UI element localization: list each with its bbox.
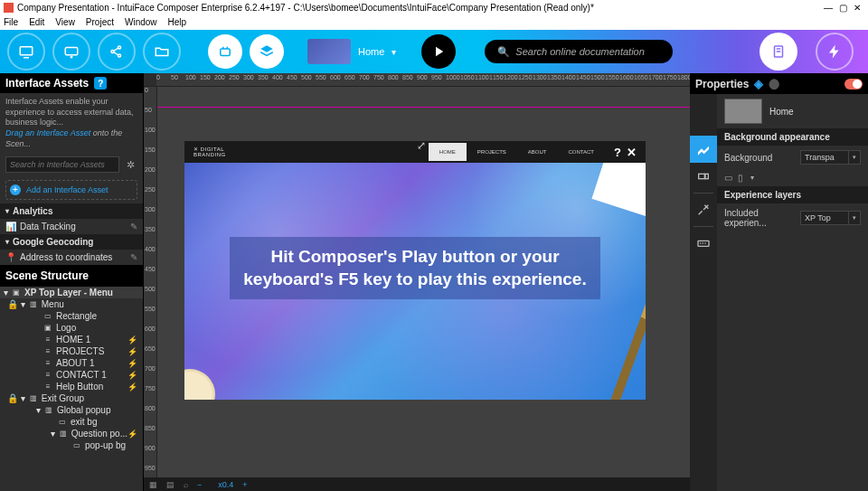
svg-rect-19 — [703, 242, 703, 243]
tree-row-contact1[interactable]: ≡CONTACT 1⚡ — [0, 369, 143, 381]
zoom-in-icon[interactable]: + — [242, 480, 247, 489]
tree-row-home1[interactable]: ≡HOME 1⚡ — [0, 334, 143, 345]
layers-value[interactable]: XP Top — [800, 211, 849, 225]
layers-dropdown-icon[interactable]: ▾ — [849, 211, 861, 225]
notes-button[interactable] — [760, 33, 797, 71]
add-interface-asset-button[interactable]: + Add an Interface Asset — [5, 180, 137, 200]
menu-edit[interactable]: Edit — [29, 17, 44, 27]
device-icon[interactable]: ▭ — [724, 173, 732, 183]
tree-row-xp-top[interactable]: ▾▣XP Top Layer - Menu — [0, 287, 143, 298]
background-value[interactable]: Transpa — [800, 150, 849, 165]
edit-icon[interactable]: ✎ — [130, 252, 137, 262]
device-desktop-button[interactable] — [7, 33, 45, 71]
scene-mockup[interactable]: ⤢ ✕ DIGITAL BRANDING HOME PROJECTS ABOUT… — [184, 141, 646, 400]
play-button[interactable] — [421, 34, 456, 69]
plus-icon: + — [10, 184, 21, 195]
mock-tab-projects[interactable]: PROJECTS — [467, 143, 517, 161]
scene-thumbnail[interactable] — [307, 39, 351, 64]
scene-tree: ▾▣XP Top Layer - Menu 🔒 ▾▥Menu ▭Rectangl… — [0, 287, 143, 491]
trigger-icon: ⚡ — [127, 347, 137, 356]
link-icon[interactable]: ⬤ — [769, 78, 779, 90]
left-panel: Interface Assets ? Interface Assets enab… — [0, 73, 144, 491]
svg-rect-9 — [221, 49, 231, 56]
analytics-item[interactable]: 📊Data Tracking✎ — [0, 219, 143, 234]
svg-point-4 — [111, 51, 114, 53]
orientation-icon[interactable]: ▯ — [738, 173, 743, 183]
menu-bar: File Edit View Project Window Help — [0, 14, 868, 30]
assets-description: Interface Assets enable your experience … — [0, 93, 143, 153]
window-title: Company Presentation - IntuiFace Compose… — [17, 3, 594, 13]
triggers-button[interactable] — [816, 33, 854, 71]
geocoding-section[interactable]: ▾Google Geocoding — [0, 234, 143, 250]
chevron-down-icon[interactable]: ▾ — [750, 174, 754, 182]
decor-paper — [591, 163, 646, 218]
visibility-toggle[interactable] — [844, 79, 863, 90]
zoom-level[interactable]: x0.4 — [218, 480, 233, 489]
effects-tool-icon[interactable] — [690, 196, 717, 223]
section-layers: Experience layers — [717, 186, 868, 203]
scene-swatch[interactable] — [724, 99, 762, 124]
ruler-horizontal: 0501001502002503003504004505005506006507… — [144, 73, 690, 87]
mock-tab-home[interactable]: HOME — [429, 143, 467, 161]
chart-icon: 📊 — [5, 222, 16, 231]
mock-help-icon[interactable]: ? — [614, 146, 621, 159]
tree-row-about1[interactable]: ≡ABOUT 1⚡ — [0, 357, 143, 369]
guide-line[interactable] — [157, 107, 690, 108]
mock-navbar: ✕ DIGITAL BRANDING HOME PROJECTS ABOUT C… — [184, 141, 646, 163]
tree-row-helpbutton[interactable]: ≡Help Button⚡ — [0, 381, 143, 392]
background-dropdown-icon[interactable]: ▾ — [849, 150, 861, 165]
tree-row-rectangle[interactable]: ▭Rectangle — [0, 310, 143, 322]
canvas-area: 0501001502002503003504004505005506006507… — [144, 73, 690, 491]
search-assets-input[interactable] — [5, 156, 119, 173]
scene-dropdown-icon[interactable]: ▾ — [392, 47, 396, 57]
library-button[interactable] — [208, 34, 242, 69]
svg-rect-15 — [699, 174, 705, 178]
help-icon[interactable]: ? — [94, 77, 107, 90]
share-button[interactable] — [98, 33, 136, 71]
menu-window[interactable]: Window — [125, 17, 157, 27]
tree-row-questionpo[interactable]: ▾▥Question po...⚡ — [0, 428, 143, 439]
tree-row-projects[interactable]: ≡PROJECTS⚡ — [0, 345, 143, 357]
tree-row-exitgroup[interactable]: 🔒 ▾▥Exit Group — [0, 392, 143, 404]
layout-tool-icon[interactable] — [690, 163, 717, 190]
analytics-section[interactable]: ▾Analytics — [0, 203, 143, 219]
search-docs-input[interactable]: 🔍 Search online documentation — [485, 40, 673, 63]
menu-project[interactable]: Project — [86, 17, 114, 27]
menu-file[interactable]: File — [4, 17, 18, 27]
svg-rect-0 — [20, 47, 33, 55]
tree-row-logo[interactable]: ▣Logo — [0, 322, 143, 334]
menu-view[interactable]: View — [55, 17, 75, 27]
tree-row-menu[interactable]: 🔒 ▾▥Menu — [0, 298, 143, 310]
edit-icon[interactable]: ✎ — [130, 222, 137, 231]
close-button[interactable]: ✕ — [850, 3, 864, 13]
tree-row-globalpopup[interactable]: ▾▥Global popup — [0, 404, 143, 416]
folder-button[interactable] — [143, 33, 181, 71]
grid-icon[interactable]: ▤ — [166, 480, 175, 489]
mock-tab-about[interactable]: ABOUT — [517, 143, 558, 161]
keyboard-tool-icon[interactable] — [690, 230, 717, 257]
svg-point-6 — [118, 54, 121, 57]
magnet-icon[interactable]: ⌕ — [184, 480, 188, 489]
mock-close-icon[interactable]: ✕ — [627, 146, 637, 159]
target-icon[interactable]: ◈ — [754, 77, 763, 90]
minimize-button[interactable]: — — [821, 3, 835, 13]
trigger-icon: ⚡ — [127, 335, 137, 345]
gear-icon[interactable]: ✲ — [123, 157, 137, 172]
maximize-button[interactable]: ▢ — [835, 3, 850, 13]
svg-rect-16 — [705, 174, 708, 178]
appearance-tool-icon[interactable] — [690, 136, 717, 163]
mock-tab-contact[interactable]: CONTACT — [557, 143, 605, 161]
properties-tool-column — [690, 94, 717, 491]
tree-row-exitbg[interactable]: ▭exit bg — [0, 416, 143, 428]
menu-help[interactable]: Help — [168, 17, 187, 27]
search-icon: 🔍 — [497, 46, 510, 58]
geocoding-item[interactable]: 📍Address to coordinates✎ — [0, 250, 143, 265]
status-bar: ▦ ▤ ⌕ − x0.4 + — [144, 477, 690, 491]
snap-icon[interactable]: ▦ — [149, 480, 157, 489]
device-tablet-button[interactable] — [52, 33, 90, 71]
resize-handle-icon[interactable]: ⤢ — [417, 139, 429, 152]
zoom-out-icon[interactable]: − — [197, 480, 202, 489]
tree-row-popupbg[interactable]: ▭pop-up bg — [0, 439, 143, 451]
canvas-stage[interactable]: ⤢ ✕ DIGITAL BRANDING HOME PROJECTS ABOUT… — [157, 87, 690, 477]
layers-button[interactable] — [250, 34, 284, 69]
